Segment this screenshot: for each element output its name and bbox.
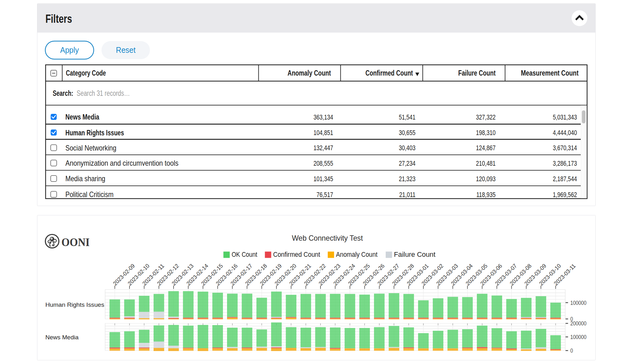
svg-text:124,867: 124,867 — [476, 144, 496, 152]
svg-text:Human Rights Issues: Human Rights Issues — [45, 301, 104, 308]
svg-text:Anomaly Count: Anomaly Count — [288, 69, 331, 77]
svg-text:132,447: 132,447 — [313, 144, 333, 152]
svg-text:3,286,173: 3,286,173 — [553, 159, 577, 167]
svg-text:Measurement Count: Measurement Count — [521, 69, 579, 77]
svg-text:363,134: 363,134 — [313, 113, 333, 121]
svg-text:30,403: 30,403 — [399, 144, 416, 152]
svg-text:Category Code: Category Code — [66, 69, 106, 77]
svg-text:5,031,343: 5,031,343 — [553, 113, 577, 121]
svg-text:27,234: 27,234 — [399, 159, 416, 167]
svg-text:76,517: 76,517 — [317, 191, 333, 199]
svg-text:210,481: 210,481 — [476, 159, 496, 167]
svg-text:21,323: 21,323 — [399, 175, 416, 183]
svg-text:104,851: 104,851 — [313, 129, 333, 137]
svg-text:21,011: 21,011 — [399, 191, 415, 199]
svg-text:News Media: News Media — [45, 334, 79, 341]
svg-text:Anonymization and circumventio: Anonymization and circumvention tools — [66, 159, 179, 167]
svg-text:200000: 200000 — [570, 320, 586, 327]
svg-text:Media sharing: Media sharing — [66, 174, 105, 183]
svg-text:Reset: Reset — [116, 45, 136, 55]
svg-text:4,444,040: 4,444,040 — [553, 129, 577, 137]
svg-text:Filters: Filters — [46, 12, 72, 25]
svg-text:327,322: 327,322 — [476, 113, 496, 121]
svg-text:Human Rights Issues: Human Rights Issues — [66, 128, 124, 137]
svg-text:30,655: 30,655 — [399, 129, 416, 137]
svg-text:51,541: 51,541 — [399, 113, 416, 121]
svg-text:Social Networking: Social Networking — [66, 144, 117, 152]
svg-text:Web Connectivity Test: Web Connectivity Test — [292, 234, 363, 242]
svg-text:100000: 100000 — [570, 334, 586, 340]
svg-text:Political Criticism: Political Criticism — [66, 190, 114, 199]
svg-text:100000: 100000 — [570, 299, 586, 306]
svg-text:Failure Count: Failure Count — [458, 69, 496, 77]
svg-text:1,969,562: 1,969,562 — [553, 191, 577, 199]
svg-text:2,187,544: 2,187,544 — [553, 175, 577, 183]
svg-text:Anomaly Count: Anomaly Count — [336, 250, 377, 258]
svg-text:3,670,314: 3,670,314 — [553, 144, 577, 152]
svg-text:198,310: 198,310 — [476, 129, 496, 137]
svg-text:Search 31 records…: Search 31 records… — [77, 89, 130, 97]
svg-text:118,935: 118,935 — [476, 191, 496, 199]
svg-text:Confirmed Count: Confirmed Count — [365, 69, 413, 77]
svg-text:News Media: News Media — [66, 113, 99, 121]
svg-text:Failure Count: Failure Count — [394, 250, 435, 258]
svg-text:208,555: 208,555 — [313, 159, 333, 167]
svg-text:0: 0 — [570, 347, 573, 354]
svg-text:120,093: 120,093 — [476, 175, 496, 183]
svg-text:OK Count: OK Count — [232, 250, 257, 258]
svg-text:101,345: 101,345 — [313, 175, 333, 183]
svg-text:Apply: Apply — [60, 45, 79, 55]
svg-text:Search:: Search: — [53, 89, 73, 97]
svg-text:OONI: OONI — [61, 236, 90, 249]
svg-text:Confirmed Count: Confirmed Count — [273, 250, 320, 258]
